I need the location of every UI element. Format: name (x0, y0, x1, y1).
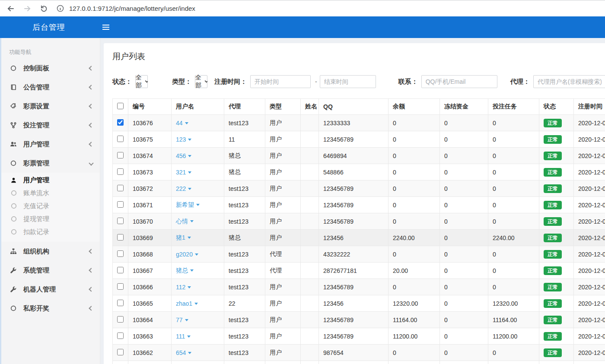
cell-agent: test123 (224, 246, 265, 263)
cell-agent: 11 (224, 131, 265, 148)
sidebar-item-private-lottery[interactable]: 私彩开奖 (1, 299, 100, 318)
sidebar-item-control-panel[interactable]: 控制面板 (1, 59, 100, 78)
forward-icon[interactable] (22, 4, 32, 13)
wrench-icon (10, 267, 18, 274)
type-select[interactable]: 全部 (195, 75, 207, 88)
cell-task: 0 (488, 115, 539, 131)
column-header: 冻结资金 (440, 99, 488, 115)
cell-qq: 123456789 (319, 180, 388, 197)
row-checkbox[interactable] (117, 201, 124, 208)
row-checkbox[interactable] (117, 136, 124, 142)
cell-task: 0 (488, 148, 539, 164)
username-link[interactable]: 321 (176, 169, 191, 176)
username-link[interactable]: zhao1 (176, 300, 198, 307)
caret-down-icon (188, 237, 191, 239)
cell-balance: 0 (388, 115, 440, 131)
chevron-left-icon (89, 123, 93, 127)
status-select[interactable]: 全部 (135, 75, 148, 88)
sidebar-item-bet-management[interactable]: 投注管理 (1, 116, 100, 135)
cell-balance: 2240.00 (388, 230, 440, 246)
page-info-icon[interactable] (55, 4, 65, 13)
cell-name (301, 328, 319, 345)
select-all-checkbox[interactable] (117, 103, 124, 109)
sidebar-item-organization[interactable]: 组织机构 (1, 242, 100, 261)
row-checkbox[interactable] (117, 316, 124, 323)
username-link[interactable]: 654 (176, 349, 191, 356)
cell-frozen: 0 (440, 180, 488, 197)
cell-agent: 22 (224, 295, 265, 312)
cell-qq: 123456789 (319, 197, 388, 213)
username-link[interactable]: 猪总 (176, 267, 194, 274)
sidebar-item-label: 公告管理 (23, 83, 89, 92)
row-checkbox[interactable] (117, 152, 124, 158)
agent-input[interactable] (533, 75, 605, 88)
sidebar-subitem-recharge-records[interactable]: 充值记录 (1, 199, 100, 212)
username-link[interactable]: 123 (176, 136, 191, 143)
row-checkbox[interactable] (117, 267, 124, 273)
cell-qq: 43232222 (319, 246, 388, 263)
caret-down-icon (188, 139, 191, 141)
username-link[interactable]: 77 (176, 317, 188, 323)
chevron-left-icon (89, 306, 93, 310)
cell-name (301, 230, 319, 246)
row-checkbox[interactable] (117, 300, 124, 306)
hamburger-icon[interactable] (102, 23, 112, 31)
cell-balance: 0 (388, 180, 440, 197)
row-checkbox[interactable] (117, 332, 124, 339)
row-checkbox[interactable] (117, 234, 124, 241)
cell-name (301, 312, 319, 328)
username-link[interactable]: 44 (176, 120, 188, 127)
cell-username: 333 (172, 361, 224, 364)
cell-balance: 0 (388, 345, 440, 361)
page-title: 用户列表 (109, 51, 605, 62)
row-checkbox[interactable] (117, 185, 124, 191)
end-time-input[interactable] (320, 75, 376, 88)
cell-id: 103676 (128, 115, 172, 131)
chevron-left-icon (89, 142, 93, 146)
sidebar-item-label: 私彩开奖 (23, 304, 89, 313)
sidebar-item-announcements[interactable]: 公告管理 (1, 78, 100, 97)
username-link[interactable]: 猪1 (176, 234, 191, 241)
cell-task: 11200.00 (488, 328, 539, 345)
sidebar-item-system-management[interactable]: 系统管理 (1, 261, 100, 280)
url-text[interactable]: 127.0.0.1:9712/jc/manage/lottery/user/in… (69, 5, 195, 12)
cell-status: 正常 (539, 312, 574, 328)
cell-name (301, 180, 319, 197)
username-link[interactable]: 111 (176, 333, 191, 340)
cell-regtime: 2020-12-0 (574, 115, 605, 131)
cell-checkbox (113, 197, 128, 213)
row-checkbox[interactable] (117, 218, 124, 224)
cell-agent: test123 (224, 328, 265, 345)
row-checkbox[interactable] (117, 283, 124, 290)
username-link[interactable]: 456 (176, 152, 191, 159)
sidebar-item-lottery-settings[interactable]: 彩票设置 (1, 97, 100, 116)
sidebar-subitem-bill-flow[interactable]: 账单流水 (1, 187, 100, 199)
sidebar-item-user-management[interactable]: 用户管理 (1, 135, 100, 154)
column-header: 编号 (128, 99, 172, 115)
status-badge: 正常 (544, 152, 562, 160)
sidebar-subitem-user-management-sub[interactable]: 用户管理 (1, 174, 100, 187)
sidebar-subitem-withdraw-management[interactable]: 提现管理 (1, 212, 100, 225)
username-link[interactable]: g2020 (176, 251, 198, 258)
start-time-input[interactable] (250, 75, 311, 88)
sidebar-subitem-deduction-records[interactable]: 扣款记录 (1, 225, 100, 238)
sidebar-item-robot-management[interactable]: 机器人管理 (1, 280, 100, 299)
username-link[interactable]: 222 (176, 185, 191, 192)
table-row: 103670心情test123用户123456789000正常2020-12-0 (113, 213, 605, 230)
sidebar-item-lottery-management[interactable]: 彩票管理 (1, 154, 100, 173)
cell-name (301, 115, 319, 131)
row-checkbox[interactable] (117, 349, 124, 355)
username-link[interactable]: 心情 (176, 218, 194, 225)
contact-input[interactable] (421, 75, 497, 88)
row-checkbox[interactable] (117, 250, 124, 257)
cell-type: 用户 (265, 148, 301, 164)
username-link[interactable]: 112 (176, 284, 191, 291)
username-link[interactable]: 新希望 (176, 201, 200, 208)
row-checkbox[interactable] (117, 168, 124, 175)
sidebar-submenu: 用户管理账单流水充值记录提现管理扣款记录 (1, 173, 100, 242)
row-checkbox[interactable] (117, 119, 124, 126)
cell-regtime: 2020-12-0 (574, 213, 605, 230)
cell-status: 正常 (539, 115, 574, 131)
reload-icon[interactable] (39, 4, 48, 13)
back-icon[interactable] (6, 4, 16, 13)
